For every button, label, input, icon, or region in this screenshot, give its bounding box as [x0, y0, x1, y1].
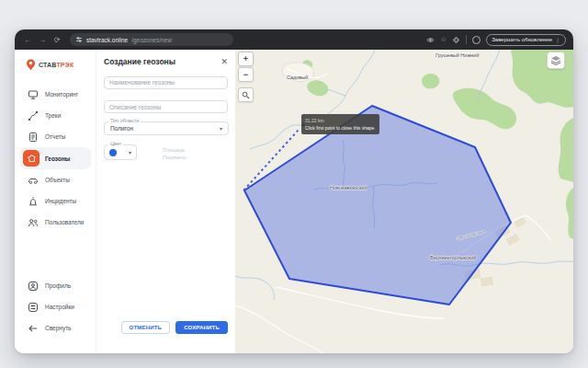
collapse-arrow-icon — [28, 323, 39, 334]
save-button[interactable]: СОХРАНИТЬ — [175, 321, 228, 334]
map-label-verkhneyegorlykskiy: Верхнеегорлыкский — [430, 255, 476, 260]
sidebar-item-incidents[interactable]: Инциденты — [15, 190, 96, 212]
draw-tooltip: 31.22 km Click first point to close this… — [301, 114, 379, 134]
car-icon — [28, 175, 39, 186]
sidebar-item-geozones[interactable]: Геозоны — [19, 147, 91, 169]
magnifier-icon — [242, 91, 250, 99]
sidebar-item-monitoring[interactable]: Мониторинг — [15, 84, 96, 105]
profile-avatar[interactable] — [472, 36, 481, 44]
reload-icon[interactable]: ⟳ — [51, 36, 62, 44]
cancel-button[interactable]: ОТМЕНИТЬ — [121, 321, 171, 334]
sidebar-item-settings[interactable]: Настройки — [15, 296, 96, 317]
back-icon[interactable]: ← — [22, 36, 33, 44]
panel-title: Создание геозоны — [104, 57, 175, 66]
chevron-down-icon: ▾ — [129, 149, 131, 155]
sidebar-item-profile[interactable]: Профиль — [15, 275, 96, 296]
settings-icon — [28, 302, 39, 313]
forward-icon[interactable]: → — [37, 36, 48, 44]
geozone-name-input[interactable] — [104, 76, 228, 89]
zoom-out-button[interactable]: − — [238, 67, 254, 82]
finish-update-label: Завершить обновление — [492, 37, 552, 42]
extensions-icon[interactable] — [452, 36, 460, 44]
browser-menu-icon[interactable]: ⋮ — [555, 37, 560, 43]
tooltip-hint: Click first point to close this shape. — [305, 124, 376, 132]
color-select[interactable]: Цвет ▾ — [104, 144, 137, 160]
perimeter-metric-label: Периметр: — [163, 155, 187, 160]
area-type-select[interactable]: Тип области Полигон ▾ — [104, 121, 229, 135]
map-search-button[interactable] — [238, 87, 254, 102]
map-label-grushevyy-nizhniy: Грушевый Нижний — [435, 52, 479, 58]
sidebar-item-reports[interactable]: Отчеты — [15, 126, 96, 147]
area-metric-label: Площадь: — [163, 147, 186, 153]
logo-pin-icon — [26, 59, 36, 71]
map-canvas[interactable]: Грушевый Нижний Садовый Новокавказский П… — [235, 50, 573, 353]
chrome-actions: ☆ Завершить обновление ⋮ — [426, 34, 566, 46]
color-label: Цвет — [108, 142, 123, 147]
create-geozone-panel: Создание геозоны ✕ Тип области Полигон ▾… — [96, 50, 235, 353]
finish-update-button[interactable]: Завершить обновление ⋮ — [486, 34, 566, 46]
sidebar-item-collapse[interactable]: Свернуть — [15, 317, 96, 339]
site-settings-icon[interactable] — [75, 36, 83, 43]
layers-button[interactable] — [547, 52, 565, 69]
map-label-novokavkazskiy: Новокавказский — [330, 185, 368, 190]
report-icon — [28, 132, 39, 143]
map-label-sadovyy: Садовый — [287, 75, 308, 80]
sidebar-item-objects[interactable]: Объекты — [15, 169, 96, 190]
map-layers — [235, 50, 573, 353]
url-path: /geozones/new — [131, 37, 172, 43]
monitor-icon — [28, 89, 39, 100]
bookmark-star-icon[interactable]: ☆ — [440, 36, 447, 43]
siren-icon — [28, 196, 39, 207]
password-eye-icon[interactable] — [426, 36, 435, 44]
color-swatch — [109, 149, 117, 156]
app-logo[interactable]: СТАВТРЭК — [15, 50, 96, 78]
area-type-label: Тип области — [108, 119, 141, 124]
chevron-down-icon: ▾ — [220, 125, 222, 132]
geozone-metrics: Площадь: Периметр: — [163, 144, 187, 162]
url-bar[interactable]: stavtrack.online/geozones/new — [70, 33, 233, 46]
tooltip-distance: 31.22 km — [305, 117, 376, 124]
close-icon[interactable]: ✕ — [220, 58, 228, 66]
toolbar-divider — [466, 35, 467, 44]
sidebar-item-tracks[interactable]: Треки — [15, 105, 96, 126]
route-icon — [28, 110, 39, 121]
geozone-icon — [23, 150, 40, 167]
url-host: stavtrack.online — [86, 37, 128, 43]
layers-icon — [550, 55, 561, 65]
geozone-description-input[interactable] — [104, 100, 228, 113]
browser-window: ← → ⟳ stavtrack.online/geozones/new ☆ — [15, 29, 573, 353]
users-icon — [28, 217, 39, 228]
sidebar: СТАВТРЭК Мониторинг Треки Отчеты — [15, 50, 96, 353]
profile-icon — [28, 281, 39, 292]
sidebar-footer: Профиль Настройки Свернуть — [15, 275, 96, 339]
sidebar-item-users[interactable]: Пользователи — [15, 212, 96, 233]
logo-text: СТАВТРЭК — [39, 62, 74, 68]
zoom-in-button[interactable]: + — [238, 52, 254, 66]
browser-chrome: ← → ⟳ stavtrack.online/geozones/new ☆ — [15, 29, 573, 50]
sidebar-nav: Мониторинг Треки Отчеты Геозоны — [15, 84, 96, 233]
area-type-value: Полигон — [110, 125, 133, 132]
